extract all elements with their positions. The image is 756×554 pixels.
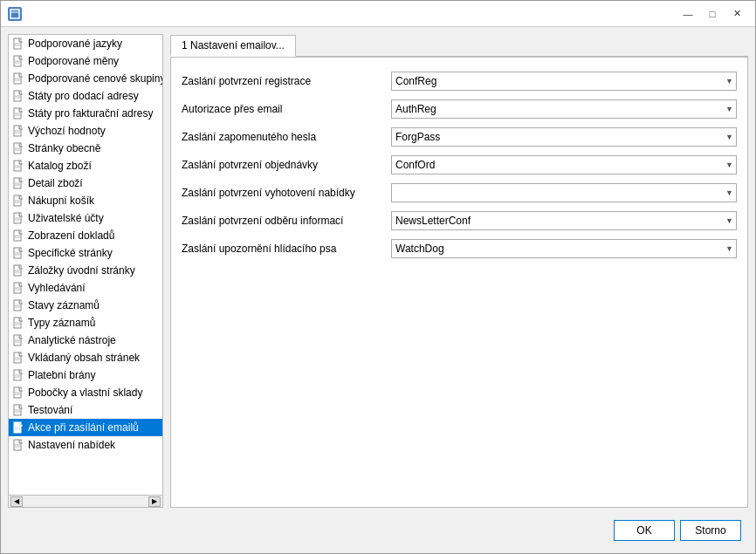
row-autorizace-pres-email: Autorizace přes emailAuthReg [182, 99, 737, 119]
sidebar-item-label: Pobočky a vlastní sklady [28, 386, 142, 399]
maximize-button[interactable]: □ [701, 4, 724, 24]
document-icon [12, 264, 24, 277]
document-icon [12, 421, 24, 434]
row-zaslani-potvrzeni-objednavky-label: Zaslání potvrzení objednávky [182, 159, 391, 171]
title-bar-left [8, 7, 22, 21]
document-icon [12, 229, 24, 242]
sidebar-item-podporovane-meny[interactable]: Podporované měny [9, 52, 162, 70]
sidebar-list: Podporované jazyky Podporované měny Podp… [9, 35, 162, 495]
sidebar-item-label: Vkládaný obsah stránek [28, 352, 140, 364]
close-button[interactable]: ✕ [725, 4, 748, 24]
content-area: Podporované jazyky Podporované měny Podp… [8, 34, 748, 508]
sidebar-item-stranky-obecne[interactable]: Stránky obecně [9, 140, 162, 157]
row-zaslani-potvrzeni-objednavky-select[interactable]: ConfOrd [391, 155, 737, 174]
document-icon [12, 299, 24, 311]
row-autorizace-pres-email-select[interactable]: AuthReg [391, 99, 737, 119]
row-zaslani-potvrzeni-odberu-informaci-select[interactable]: NewsLetterConf [391, 211, 737, 230]
sidebar-item-label: Státy pro dodací adresy [28, 90, 139, 102]
document-icon [12, 90, 24, 102]
document-icon [12, 212, 24, 224]
row-zaslani-zapomenuteho-hesla: Zaslání zapomenutého heslaForgPass [182, 127, 737, 147]
document-icon [12, 125, 24, 137]
row-zaslani-potvrzeni-registrace: Zaslání potvrzení registraceConfReg [182, 72, 737, 91]
sidebar-item-label: Výchozí hodnoty [28, 125, 106, 137]
row-zaslani-potvrzeni-objednavky: Zaslání potvrzení objednávkyConfOrd [182, 155, 737, 174]
sidebar-item-uzivatelske-ucty[interactable]: Uživatelské účty [9, 209, 162, 227]
sidebar-item-katalog-zbozi[interactable]: Katalog zboží [9, 157, 162, 174]
sidebar-item-zalozky-uvodni-stranky[interactable]: Záložky úvodní stránky [9, 262, 162, 279]
sidebar-item-label: Katalog zboží [28, 160, 92, 172]
sidebar-item-stavy-zaznamu[interactable]: Stavy záznamů [9, 297, 162, 314]
row-zaslani-potvrzeni-registrace-label: Zaslání potvrzení registrace [182, 75, 391, 87]
sidebar-item-vkladany-obsah-stranek[interactable]: Vkládaný obsah stránek [9, 349, 162, 366]
sidebar-item-analyticke-nastroje[interactable]: Analytické nástroje [9, 332, 162, 349]
sidebar-item-label: Platební brány [28, 369, 95, 381]
right-panel: 1 Nastavení emailov... Zaslání potvrzení… [170, 34, 748, 508]
tab-tab-nastaveni-emailov[interactable]: 1 Nastavení emailov... [170, 35, 296, 57]
sidebar-item-label: Detail zboží [28, 177, 83, 189]
cancel-button[interactable]: Storno [680, 520, 741, 541]
sidebar-item-staty-fakturacni[interactable]: Státy pro fakturační adresy [9, 105, 162, 122]
sidebar-item-label: Stránky obecně [28, 142, 100, 154]
minimize-button[interactable]: — [677, 4, 699, 24]
sidebar-item-pobocky-vlastni-sklady[interactable]: Pobočky a vlastní sklady [9, 384, 162, 401]
document-icon [12, 386, 24, 399]
sidebar-item-akce-pri-zasílani-emailu[interactable]: Akce při zasílání emailů [9, 419, 162, 436]
main-content: Podporované jazyky Podporované měny Podp… [1, 27, 755, 553]
row-zaslani-potvrzeni-odberu-informaci: Zaslání potvrzení odběru informacíNewsLe… [182, 211, 737, 230]
sidebar-item-staty-dodaci[interactable]: Státy pro dodací adresy [9, 87, 162, 105]
document-icon [12, 369, 24, 381]
ok-button[interactable]: OK [614, 520, 675, 541]
sidebar-scrollbar: ◀ ▶ [9, 495, 162, 507]
sidebar-item-nakupni-kosik[interactable]: Nákupní košík [9, 192, 162, 209]
sidebar-item-label: Stavy záznamů [28, 299, 100, 311]
document-icon [12, 439, 24, 451]
row-autorizace-pres-email-label: Autorizace přes email [182, 103, 391, 115]
row-zaslani-zapomenuteho-hesla-label: Zaslání zapomenutého hesla [182, 131, 391, 143]
sidebar-item-label: Typy záznamů [28, 317, 95, 329]
sidebar-item-zobrazeni-dokladu[interactable]: Zobrazení dokladů [9, 227, 162, 244]
document-icon [12, 160, 24, 172]
tab-bar: 1 Nastavení emailov... [170, 34, 748, 58]
row-zaslani-potvrzeni-vyhotoveni-nabidky-label: Zaslání potvrzení vyhotovení nabídky [182, 187, 391, 199]
form-panel: Zaslání potvrzení registraceConfRegAutor… [170, 58, 748, 508]
sidebar-item-label: Zobrazení dokladů [28, 229, 114, 242]
row-zaslani-potvrzeni-vyhotoveni-nabidky-select[interactable] [391, 183, 737, 202]
document-icon [12, 38, 24, 50]
scroll-right-button[interactable]: ▶ [148, 496, 161, 507]
document-icon [12, 282, 24, 294]
footer: OK Storno [8, 515, 748, 546]
sidebar-item-label: Záložky úvodní stránky [28, 264, 135, 277]
sidebar-item-label: Testování [28, 404, 72, 416]
title-bar: — □ ✕ [1, 1, 755, 27]
sidebar-item-label: Vyhledávání [28, 282, 86, 294]
sidebar-item-detail-zbozi[interactable]: Detail zboží [9, 174, 162, 192]
document-icon [12, 72, 24, 85]
sidebar-item-podporovane-jazyky[interactable]: Podporované jazyky [9, 35, 162, 52]
sidebar-item-vychozi-hodnoty[interactable]: Výchozí hodnoty [9, 122, 162, 140]
sidebar-item-testovani[interactable]: Testování [9, 401, 162, 419]
sidebar-item-typy-zaznamu[interactable]: Typy záznamů [9, 314, 162, 332]
document-icon [12, 317, 24, 329]
sidebar-item-platebni-brany[interactable]: Platební brány [9, 366, 162, 384]
sidebar-item-label: Nákupní košík [28, 195, 94, 207]
sidebar-item-nastaveni-nabidek[interactable]: Nastavení nabídek [9, 436, 162, 454]
sidebar-item-specificke-stranky[interactable]: Specifické stránky [9, 244, 162, 262]
sidebar-item-label: Podporované cenové skupiny [28, 72, 162, 85]
scroll-left-button[interactable]: ◀ [10, 496, 23, 507]
row-zaslani-potvrzeni-registrace-select[interactable]: ConfReg [391, 72, 737, 91]
sidebar-item-label: Nastavení nabídek [28, 439, 115, 451]
main-window: — □ ✕ Podporované jazyky Podporované měn… [0, 0, 756, 554]
row-zaslani-upozorneni-hlidaciho-psa-select[interactable]: WatchDog [391, 239, 737, 258]
sidebar-item-label: Uživatelské účty [28, 212, 104, 224]
row-zaslani-potvrzeni-vyhotoveni-nabidky: Zaslání potvrzení vyhotovení nabídky [182, 183, 737, 202]
document-icon [12, 142, 24, 154]
document-icon [12, 404, 24, 416]
sidebar-item-podporovane-cenove-skupiny[interactable]: Podporované cenové skupiny [9, 70, 162, 87]
row-zaslani-potvrzeni-odberu-informaci-label: Zaslání potvrzení odběru informací [182, 215, 391, 227]
sidebar-item-label: Podporované jazyky [28, 38, 122, 50]
row-zaslani-upozorneni-hlidaciho-psa: Zaslání upozornění hlídacího psaWatchDog [182, 239, 737, 258]
row-zaslani-zapomenuteho-hesla-select[interactable]: ForgPass [391, 127, 737, 147]
sidebar-item-vyhledavani[interactable]: Vyhledávání [9, 279, 162, 297]
document-icon [12, 334, 24, 346]
